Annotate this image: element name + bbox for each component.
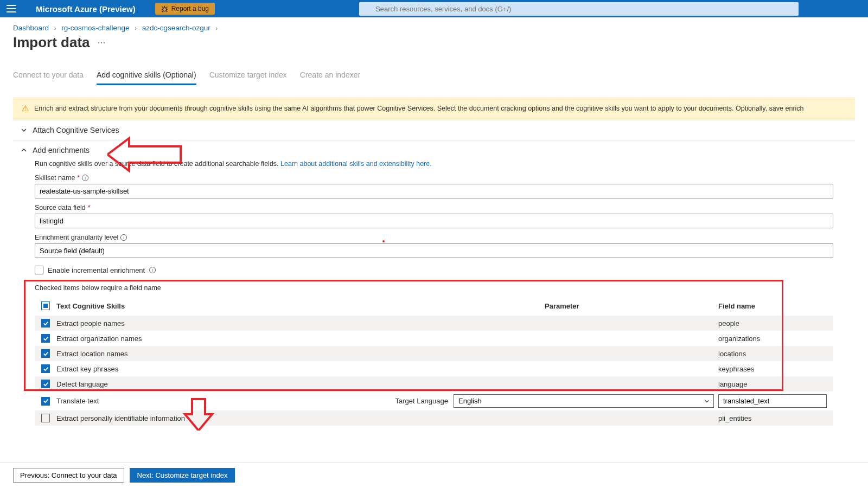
skill-label: Extract key phrases	[56, 365, 545, 373]
tab-customize-index[interactable]: Customize target index	[209, 66, 287, 85]
tab-connect[interactable]: Connect to your data	[13, 66, 84, 85]
checked-note: Checked items below require a field name	[35, 284, 833, 292]
skill-label: Extract people names	[56, 319, 545, 328]
warning-icon: ⚠	[22, 104, 29, 113]
incremental-label: Enable incremental enrichment	[48, 266, 145, 274]
search-input[interactable]	[359, 2, 799, 16]
page-title: Import data	[13, 34, 90, 51]
skill-checkbox[interactable]	[41, 364, 50, 373]
skill-label: Translate text	[56, 397, 393, 405]
info-icon[interactable]: i	[82, 175, 88, 181]
next-button[interactable]: Next: Customize target index	[130, 468, 235, 471]
chevron-right-icon: ›	[216, 25, 218, 31]
skill-label: Extract organization names	[56, 335, 545, 343]
granularity-label: Enrichment granularity level	[35, 234, 118, 241]
bug-icon	[161, 5, 168, 12]
col-field: Field name	[718, 302, 827, 310]
tab-add-skills[interactable]: Add cognitive skills (Optional)	[97, 66, 196, 85]
skill-checkbox[interactable]	[41, 334, 50, 343]
skill-row: Translate text Target Language	[35, 391, 833, 410]
col-param: Parameter	[545, 302, 718, 310]
section-add-head[interactable]: Add enrichments	[13, 140, 855, 160]
info-icon[interactable]: i	[120, 234, 127, 241]
more-icon[interactable]: ···	[98, 37, 106, 48]
skill-row: Extract organization names organizations	[35, 331, 833, 346]
field-name-input[interactable]	[718, 394, 827, 408]
incremental-checkbox[interactable]	[35, 266, 43, 274]
param-label: Target Language	[395, 397, 448, 405]
chevron-right-icon: ›	[54, 25, 56, 31]
skill-checkbox[interactable]	[41, 380, 50, 388]
skill-checkbox[interactable]	[41, 414, 50, 422]
skill-label: Extract location names	[56, 350, 545, 358]
tab-create-indexer[interactable]: Create an indexer	[300, 66, 360, 85]
skill-checkbox[interactable]	[41, 349, 50, 358]
brand-label: Microsoft Azure (Preview)	[36, 4, 136, 14]
field-name: people	[718, 319, 827, 328]
warning-banner: ⚠ Enrich and extract structure from your…	[13, 97, 855, 120]
chevron-up-icon	[21, 147, 27, 153]
crumb-rg[interactable]: rg-cosmos-challenge	[61, 24, 129, 32]
skill-label: Extract personally identifiable informat…	[56, 414, 545, 422]
report-bug-button[interactable]: Report a bug	[155, 3, 215, 15]
skill-row: Extract key phrases keyphrases	[35, 361, 833, 376]
target-language-select[interactable]	[454, 394, 714, 408]
skill-row: Extract personally identifiable informat…	[35, 410, 833, 426]
svg-line-2	[166, 7, 167, 8]
previous-button[interactable]: Previous: Connect to your data	[13, 468, 124, 471]
field-name: organizations	[718, 335, 827, 343]
skill-checkbox[interactable]	[41, 397, 50, 406]
field-name: pii_entities	[718, 414, 827, 422]
svg-line-3	[162, 7, 163, 8]
learn-more-link[interactable]: Learn about additional skills and extens…	[280, 160, 432, 168]
hamburger-icon[interactable]	[7, 5, 16, 12]
skill-checkbox[interactable]	[41, 319, 50, 328]
skill-label: Detect language	[56, 380, 545, 388]
subtext: Run cognitive skills over a source data …	[35, 160, 833, 168]
annotation-dot	[382, 240, 385, 242]
svg-point-0	[163, 8, 167, 11]
chevron-down-icon	[21, 127, 27, 133]
skillset-name-label: Skillset name	[35, 174, 75, 182]
skillset-name-input[interactable]	[35, 184, 833, 198]
field-name: language	[718, 380, 827, 388]
source-field-input[interactable]	[35, 214, 833, 228]
svg-line-6	[162, 11, 163, 12]
skill-row: Extract people names people	[35, 316, 833, 331]
crumb-dashboard[interactable]: Dashboard	[13, 24, 49, 32]
chevron-right-icon: ›	[135, 25, 137, 31]
field-name: keyphrases	[718, 365, 827, 373]
svg-line-7	[166, 11, 167, 12]
col-skill: Text Cognitive Skills	[56, 302, 545, 310]
source-field-label: Source data field	[35, 204, 86, 211]
select-all-checkbox[interactable]	[41, 301, 50, 310]
breadcrumb: Dashboard › rg-cosmos-challenge › azdc-c…	[0, 17, 868, 32]
section-attach-head[interactable]: Attach Cognitive Services	[13, 120, 855, 140]
skill-row: Detect language language	[35, 376, 833, 391]
field-name: locations	[718, 350, 827, 358]
granularity-input[interactable]	[35, 243, 833, 258]
info-icon[interactable]: i	[149, 267, 156, 273]
crumb-resource[interactable]: azdc-cgsearch-ozgur	[142, 24, 210, 32]
skill-row: Extract location names locations	[35, 346, 833, 361]
